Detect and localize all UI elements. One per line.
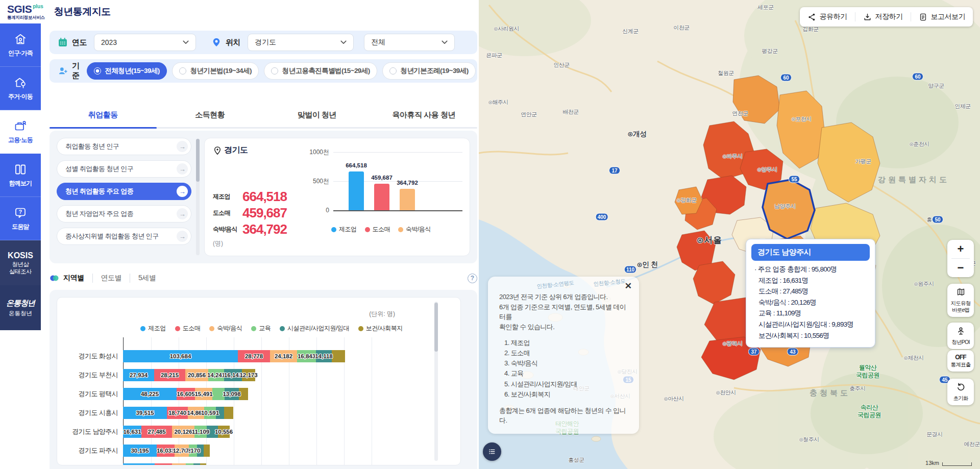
legend-dot xyxy=(140,326,145,331)
zoom-in-button[interactable]: + xyxy=(947,240,974,258)
table-row: 경기도 파주시30,19516,03312,7087,170 xyxy=(57,441,384,460)
criteria-option-1[interactable]: 청년기본법(19~34세) xyxy=(172,62,259,80)
sidebar-item-ontong[interactable]: 온통청년 온통청년 xyxy=(0,285,41,330)
road-shield: 400 xyxy=(596,213,608,221)
logo-subtitle: 통계지리정보서비스 xyxy=(7,15,45,20)
youth-poi-button[interactable]: 청년POI xyxy=(947,323,974,349)
criteria-option-2[interactable]: 청년고용촉진특별법(15~29세) xyxy=(264,62,377,80)
district-select[interactable]: 전체 xyxy=(364,34,455,51)
report-button[interactable]: 보고서보기 xyxy=(911,12,973,21)
zoom-out-button[interactable]: − xyxy=(947,259,974,277)
map-city-label: 예천군 xyxy=(964,440,980,448)
chart-scrollbar[interactable] xyxy=(434,302,438,461)
table-row: 경기도 평택시48,22516,60515,49113,098 xyxy=(57,384,384,403)
legend-item: 숙박/음식 xyxy=(209,324,242,333)
legend-item: 보건/사회복지 xyxy=(358,324,403,333)
stat-toggle-button[interactable]: OFF통계표출 xyxy=(947,350,974,372)
bar-segment: 15,491 xyxy=(195,388,212,400)
summary-stats: 제조업664,518도소매459,687숙박/음식364,792 xyxy=(213,188,287,237)
view-toggle-2[interactable]: 5세별 xyxy=(130,274,164,283)
map-pin-icon xyxy=(213,146,222,155)
map-city-label: 이천군 xyxy=(673,24,690,32)
info-text-line: 6개 업종 기준으로 지역별, 연도별, 5세별 데이터를 xyxy=(499,302,631,322)
row-bar: 16,63127,48520,12611,10910,556 xyxy=(123,426,230,438)
sidebar-item-population-family[interactable]: 인구·가족 xyxy=(0,23,41,67)
view-toggle-1[interactable]: 연도별 xyxy=(92,274,130,283)
reset-button[interactable]: 초기화 xyxy=(947,379,974,405)
tab-dual-income[interactable]: 맞벌이 청년 xyxy=(263,103,371,129)
stat-label: 제조업 xyxy=(213,192,242,201)
location-label: 위치 xyxy=(226,38,240,47)
stat-value: 459,687 xyxy=(242,205,287,221)
maptype-button[interactable]: 지도유형바로e맵 xyxy=(947,284,974,317)
bar-segment xyxy=(123,463,155,466)
indicator-menu: 취업활동 청년 인구→성별 취업활동 청년 인구→청년 취업활동 주요 업종→청… xyxy=(57,138,191,256)
sidebar-item-kosis[interactable]: KOSIS 청년삶 실태조사 xyxy=(0,240,41,285)
table-row xyxy=(57,460,384,465)
district-value: 전체 xyxy=(371,38,385,47)
row-region-label: 경기도 시흥시 xyxy=(57,408,123,417)
axis-tick-label: 0 xyxy=(300,207,329,214)
sidebar-item-employment-labor[interactable]: 고용·노동 xyxy=(0,110,41,154)
help-icon[interactable]: ? xyxy=(468,274,477,283)
bar-segment: 16,631 xyxy=(123,426,141,438)
sidebar-item-help[interactable]: ?도움말 xyxy=(0,197,41,240)
bar-segment-value: 14,118 xyxy=(315,353,333,359)
year-select[interactable]: 2023 xyxy=(94,34,196,51)
sgis-logo[interactable]: SGIS plus 통계지리정보서비스 xyxy=(7,4,45,20)
tooltip-line: 시설관리/사업지원/임대 : 9,893명 xyxy=(754,319,868,330)
view-toggle-0[interactable]: 지역별 xyxy=(60,274,92,283)
legend-label: 도소매 xyxy=(183,324,201,333)
menu-item-4[interactable]: 종사상지위별 취업활동 청년 인구→ xyxy=(57,228,191,245)
bar-segment: 48,225 xyxy=(123,388,177,400)
map-city-label: 세포군 xyxy=(757,4,774,11)
bar-segment-value: 24,182 xyxy=(275,353,292,359)
map-park-label: 월악산 국립공원 xyxy=(856,364,879,379)
tooltip-line: 숙박/음식 : 20,126명 xyxy=(754,297,868,308)
map-city-label: ⊙파주시 xyxy=(722,153,743,160)
menu-item-1[interactable]: 성별 취업활동 청년 인구→ xyxy=(57,160,191,178)
map-canvas[interactable]: ⊙사리원시은파군인산군신계군이천군철원군평강군김화군세포군창도군금강군양구군인제… xyxy=(479,0,980,469)
road-shield: 55 xyxy=(789,176,800,183)
criteria-option-label: 청년기본법(19~34세) xyxy=(190,66,252,76)
bar-segment-value: 20,856 xyxy=(188,372,206,378)
criteria-option-3[interactable]: 청년기본조례(19~39세) xyxy=(382,62,476,80)
tab-income[interactable]: 소득현황 xyxy=(157,103,264,129)
table-row: 경기도 화성시103,68428,77824,18216,84314,118 xyxy=(57,347,384,365)
sidebar-item-housing-move[interactable]: 주거·이동 xyxy=(0,67,41,110)
location-value: 경기도 xyxy=(255,38,276,47)
tab-employment[interactable]: 취업활동 xyxy=(50,103,157,129)
map-city-label: ⊙포천시 xyxy=(791,115,812,123)
logo-text: SGIS xyxy=(7,4,32,14)
map-city-label: ⊙천안시 xyxy=(716,389,736,397)
legend-list-button[interactable] xyxy=(483,442,501,461)
map-city-label: 은파군 xyxy=(486,52,502,59)
bar-segment: 12,173 xyxy=(242,369,255,381)
tooltip-line: 도소매 : 27,485명 xyxy=(754,286,868,297)
tab-parental-leave[interactable]: 육아휴직 사용 청년 xyxy=(371,103,478,129)
share-button[interactable]: 공유하기 xyxy=(800,12,855,21)
year-label: 연도 xyxy=(72,38,87,47)
legend-item: 도소매 xyxy=(365,225,390,234)
legend-label: 도소매 xyxy=(373,225,390,234)
location-select[interactable]: 경기도 xyxy=(248,34,354,51)
header: SGIS plus 통계지리정보서비스 청년통계지도 xyxy=(0,0,479,23)
sidebar-item-compare-view[interactable]: 함께보기 xyxy=(0,154,41,197)
tooltip-line: 보건/사회복지 : 10,556명 xyxy=(754,330,868,341)
menu-item-label: 성별 취업활동 청년 인구 xyxy=(65,164,133,174)
menu-scrollbar[interactable] xyxy=(196,139,200,255)
menu-item-0[interactable]: 취업활동 청년 인구→ xyxy=(57,138,191,155)
close-icon[interactable]: ✕ xyxy=(625,281,632,291)
bar-segment-value: 11,109 xyxy=(192,429,210,435)
region-chart-legend: 제조업도소매숙박/음식교육시설관리/사업지원/임대보건/사회복지 xyxy=(113,324,430,333)
menu-item-3[interactable]: 청년 자영업자 주요 업종→ xyxy=(57,205,191,223)
save-button[interactable]: 저장하기 xyxy=(855,12,911,21)
bar-segment-value: 13,098 xyxy=(223,391,240,397)
arrow-right-icon: → xyxy=(177,208,188,219)
axis-gridline xyxy=(333,210,462,211)
menu-item-2[interactable]: 청년 취업활동 주요 업종→ xyxy=(57,183,191,200)
criteria-option-0[interactable]: 전체청년(15~39세) xyxy=(87,62,167,80)
help-icon: ? xyxy=(14,206,27,219)
legend-dot xyxy=(280,326,285,331)
map-city-label: ⊙원주시 xyxy=(914,280,934,288)
